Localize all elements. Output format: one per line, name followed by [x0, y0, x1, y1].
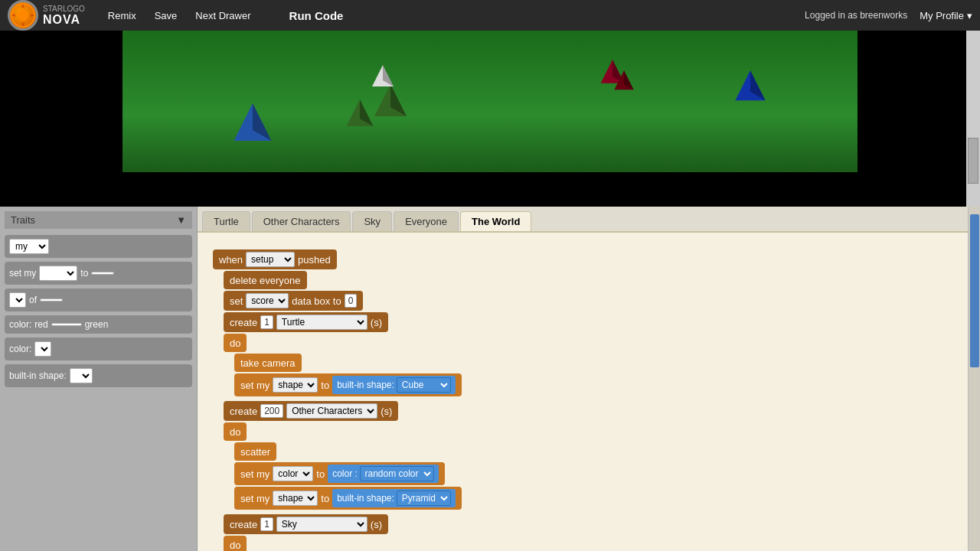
- create-sky-num[interactable]: 1: [260, 517, 273, 531]
- set-color-random-block: set my color to color: random color: [234, 462, 445, 485]
- run-code-button[interactable]: Run Code: [277, 6, 356, 25]
- vertical-scrollbar[interactable]: [968, 207, 980, 551]
- shape-cube-select[interactable]: CubePyramid: [397, 377, 451, 393]
- set-my-block: set my to: [5, 262, 192, 285]
- slider-thumb[interactable]: [968, 138, 978, 184]
- logo: STARLOGO NOVA: [8, 0, 85, 31]
- logo-icon: [8, 0, 38, 31]
- built-in-shape-block: built-in shape:: [5, 364, 192, 387]
- create-turtle-num[interactable]: 1: [260, 315, 273, 329]
- scatter-block: scatter: [234, 442, 276, 461]
- create-other-type-select[interactable]: Other CharactersTurtleSky: [286, 403, 377, 419]
- do-turtle-block: do take camera set my: [213, 334, 952, 396]
- tab-other-characters[interactable]: Other Characters: [252, 211, 351, 231]
- sidebar: Traits ▼ my their set my to: [0, 207, 198, 551]
- my-select[interactable]: my their: [9, 239, 49, 254]
- color-rgb-block: color: red green: [5, 315, 192, 334]
- create-turtle-type-select[interactable]: TurtleOther CharactersSky: [276, 315, 368, 330]
- blocks-area[interactable]: when setupforever pushed delete everyone: [198, 233, 968, 551]
- my-dropdown-block: my their: [5, 235, 192, 258]
- do-sky-block: do: [213, 536, 952, 551]
- built-in-shape-cube: built-in shape: CubePyramid: [332, 376, 456, 394]
- create-other-num[interactable]: 200: [260, 404, 283, 418]
- create-sky-outer: create 1 SkyTurtleOther Characters (s): [224, 514, 388, 534]
- score-select[interactable]: score: [246, 293, 289, 308]
- code-area: Turtle Other Characters Sky Everyone The…: [198, 207, 968, 551]
- built-in-shape-pyramid: built-in shape: PyramidCube: [332, 489, 456, 507]
- logo-text: STARLOGO NOVA: [43, 5, 85, 27]
- take-camera-block: take camera: [234, 354, 302, 372]
- setup-select[interactable]: setupforever: [246, 252, 295, 267]
- my-profile-button[interactable]: My Profile ▾: [920, 10, 972, 21]
- set-my-val: [91, 272, 114, 275]
- tab-turtle[interactable]: Turtle: [202, 211, 250, 231]
- set-my-attr-select[interactable]: [39, 266, 77, 281]
- save-button[interactable]: Save: [147, 7, 185, 24]
- set-score-block: set score data box to 0: [224, 291, 363, 311]
- right-slider[interactable]: [966, 31, 980, 207]
- tab-everyone[interactable]: Everyone: [394, 211, 459, 231]
- tab-the-world[interactable]: The World: [460, 211, 531, 231]
- set-shape-cube-block: set my shape to built-in shape: CubePyra…: [234, 373, 462, 396]
- create-sky-type-select[interactable]: SkyTurtleOther Characters: [276, 517, 368, 532]
- do-label-other: do: [224, 422, 247, 441]
- traits-header: Traits ▼: [5, 211, 192, 229]
- do-label-turtle: do: [224, 334, 247, 352]
- color-select[interactable]: [34, 341, 51, 357]
- of-val: [40, 298, 63, 302]
- shape-pyramid-select[interactable]: PyramidCube: [397, 491, 451, 506]
- when-block: when setupforever pushed: [213, 249, 337, 269]
- game-canvas: [122, 31, 858, 172]
- random-color-select[interactable]: random color: [360, 466, 434, 481]
- next-drawer-button[interactable]: Next Drawer: [188, 7, 258, 24]
- set-shape-attr-select[interactable]: shape: [273, 377, 318, 393]
- of-block: of: [5, 289, 192, 311]
- delete-everyone-block: delete everyone: [224, 271, 307, 289]
- color-red-val: [51, 323, 82, 326]
- when-setup-block: when setupforever pushed delete everyone: [213, 249, 952, 551]
- score-val[interactable]: 0: [345, 294, 358, 308]
- tab-bar: Turtle Other Characters Sky Everyone The…: [198, 207, 968, 233]
- svg-point-1: [18, 10, 28, 21]
- create-other-outer: create 200 Other CharactersTurtleSky (s): [224, 401, 398, 421]
- of-select[interactable]: [9, 292, 26, 308]
- do-label-sky: do: [224, 536, 247, 551]
- traits-arrow-icon[interactable]: ▼: [176, 214, 186, 226]
- set-shape-pyramid-select[interactable]: shape: [273, 491, 318, 506]
- create-turtle-outer: create 1 TurtleOther CharactersSky (s): [224, 312, 388, 332]
- logged-in-label: Logged in as breenworks: [805, 10, 907, 21]
- chevron-down-icon: ▾: [967, 10, 972, 21]
- scrollbar-thumb[interactable]: [970, 214, 979, 367]
- random-color-box: color: random color: [328, 465, 438, 483]
- set-shape-pyramid-block: set my shape to built-in shape: PyramidC…: [234, 487, 462, 510]
- do-other-block: do scatter set my col: [213, 422, 952, 510]
- set-color-attr-select[interactable]: color: [273, 466, 313, 481]
- remix-button[interactable]: Remix: [100, 7, 144, 24]
- game-view: [0, 31, 980, 207]
- tab-sky[interactable]: Sky: [352, 211, 392, 231]
- color-select-block: color:: [5, 337, 192, 360]
- built-in-shape-select[interactable]: [70, 368, 93, 383]
